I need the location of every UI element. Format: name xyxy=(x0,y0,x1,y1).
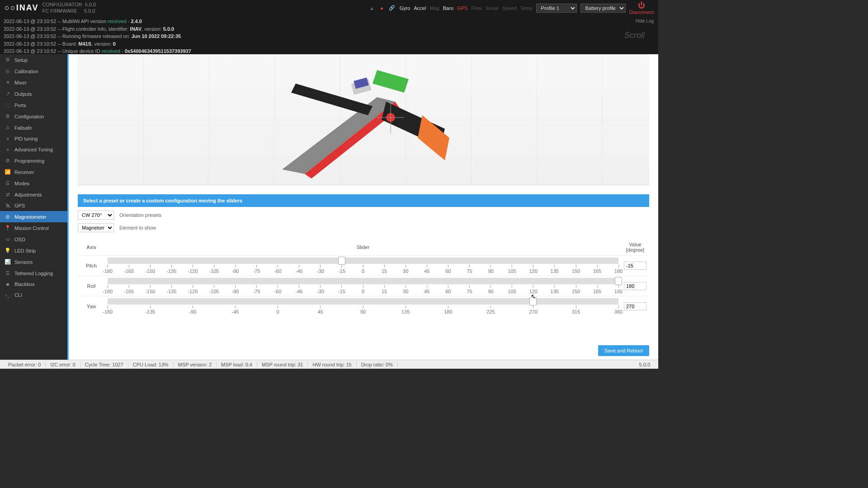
sidebar-item-pid-tuning[interactable]: ≡PID tuning xyxy=(0,133,67,144)
sidebar-icon: ⚙ xyxy=(5,158,11,164)
sidebar-item-programming[interactable]: ⚙Programming xyxy=(0,155,67,166)
slider-thumb[interactable] xyxy=(338,257,345,265)
link-icon: 🔗 xyxy=(388,4,396,12)
aircraft-model-view[interactable] xyxy=(78,54,649,185)
roll-value-input[interactable] xyxy=(624,282,646,290)
config-banner: Select a preset or create a custom confi… xyxy=(78,194,649,207)
sidebar-label: Ports xyxy=(14,103,26,108)
element-to-show-select[interactable]: Magnetometer xyxy=(78,223,114,232)
sidebar-item-tethered-logging[interactable]: ☰Tethered Logging xyxy=(0,267,67,279)
sensor-sonar: Sonar xyxy=(486,5,499,11)
pitch-slider[interactable] xyxy=(108,258,618,264)
sidebar-label: Programming xyxy=(14,158,44,164)
sidebar-icon: ⚠ xyxy=(5,125,11,131)
sidebar-label: LED Strip xyxy=(14,248,36,253)
sidebar-icon: ⇄ xyxy=(5,192,11,197)
sidebar-item-advanced-tuning[interactable]: ≡Advanced Tuning xyxy=(0,144,67,155)
app-logo: ○○INAV xyxy=(5,3,38,13)
sidebar-icon: 📊 xyxy=(5,259,11,265)
sidebar-item-calibration[interactable]: ◎Calibration xyxy=(0,66,67,77)
pitch-value-input[interactable] xyxy=(624,262,646,270)
scroll-up-icon: ︿ xyxy=(627,23,631,29)
sidebar-item-ports[interactable]: ⬚Ports xyxy=(0,99,67,111)
sidebar-icon: 📶 xyxy=(5,169,11,175)
sidebar-item-magnetometer[interactable]: ◎Magnetometer xyxy=(0,211,67,222)
sensor-flow: Flow xyxy=(471,5,481,11)
sidebar-item-blackbox[interactable]: ■Blackbox xyxy=(0,279,67,290)
battery-profile-select[interactable]: Battery profile 1 xyxy=(580,4,626,13)
sidebar-label: Modes xyxy=(14,181,29,186)
sidebar-icon: ◎ xyxy=(5,214,11,220)
sidebar-item-cli[interactable]: ›_CLI xyxy=(0,290,67,300)
aircraft-model xyxy=(250,56,476,183)
sensor-speed: Speed xyxy=(502,5,517,11)
sidebar-item-led-strip[interactable]: 💡LED Strip xyxy=(0,245,67,256)
yaw-slider[interactable] xyxy=(108,298,618,305)
sidebar-icon: ↗ xyxy=(5,91,11,97)
sidebar-label: Setup xyxy=(14,57,28,63)
svg-marker-0 xyxy=(282,97,395,174)
sensor-accel: Accel xyxy=(414,5,426,11)
profile-select[interactable]: Profile 1 xyxy=(536,4,577,13)
sidebar-item-gps[interactable]: 🛰GPS xyxy=(0,200,67,211)
sensor-labels: Gyro Accel Mag Baro GPS Flow Sonar Speed… xyxy=(400,5,533,11)
axis-label: Pitch xyxy=(78,256,105,276)
save-reboot-button[interactable]: Save and Reboot xyxy=(598,345,649,356)
sidebar-label: Blackbox xyxy=(14,282,35,287)
svg-marker-5 xyxy=(418,115,449,160)
sidebar-label: Magnetometer xyxy=(14,214,47,220)
hide-log-button[interactable]: Hide Log xyxy=(636,18,654,24)
record-icon: ● xyxy=(378,4,386,12)
slider-thumb[interactable] xyxy=(529,297,537,305)
sidebar-item-modes[interactable]: ☰Modes xyxy=(0,178,67,189)
sidebar-item-mixer[interactable]: ✕Mixer xyxy=(0,77,67,88)
sidebar-icon: ■ xyxy=(5,282,11,287)
footer-version: 5.0.0 xyxy=(635,362,655,367)
sidebar-label: Mission Control xyxy=(14,225,49,231)
roll-slider[interactable] xyxy=(108,278,618,284)
sidebar-item-mission-control[interactable]: 📍Mission Control xyxy=(0,222,67,234)
sidebar-icon: ☰ xyxy=(5,270,11,276)
disconnect-button[interactable]: ⏻ Disconnect xyxy=(629,1,654,15)
sidebar-icon: ≡ xyxy=(5,147,11,152)
sidebar-icon: 🛰 xyxy=(5,203,11,208)
sidebar-label: Advanced Tuning xyxy=(14,147,53,152)
scroll-label: Scroll xyxy=(624,29,645,42)
sensor-mag: Mag xyxy=(429,5,439,11)
sidebar-label: Mixer xyxy=(14,80,27,85)
sidebar-label: Outputs xyxy=(14,91,32,97)
sidebar: ⚙Setup◎Calibration✕Mixer↗Outputs⬚Ports⚙C… xyxy=(0,54,69,360)
sidebar-label: Sensors xyxy=(14,259,33,265)
sidebar-item-osd[interactable]: ▭OSD xyxy=(0,234,67,245)
sidebar-label: Adjustments xyxy=(14,192,42,197)
cpu-load: CPU Load: 13% xyxy=(128,362,174,367)
sensor-baro: Baro xyxy=(443,5,453,11)
sidebar-item-adjustments[interactable]: ⇄Adjustments xyxy=(0,189,67,200)
slider-row-yaw: Yaw-180-135-90-4504590135180225270315360 xyxy=(78,296,649,317)
element-to-show-label: Element to show xyxy=(119,225,156,230)
yaw-value-input[interactable] xyxy=(624,302,646,310)
sidebar-item-outputs[interactable]: ↗Outputs xyxy=(0,88,67,99)
status-icons: ▲ ● 🔗 xyxy=(368,4,396,12)
sidebar-label: Tethered Logging xyxy=(14,271,53,276)
sidebar-item-setup[interactable]: ⚙Setup xyxy=(0,54,67,66)
sidebar-item-configuration[interactable]: ⚙Configuration xyxy=(0,111,67,122)
msp-roundtrip: MSP round trip: 31 xyxy=(257,362,308,367)
i2c-error: I2C error: 0 xyxy=(46,362,80,367)
sidebar-label: Failsafe xyxy=(14,125,32,131)
sensor-temp: Temp xyxy=(520,5,533,11)
slider-thumb[interactable] xyxy=(615,277,622,285)
orientation-preset-select[interactable]: CW 270° xyxy=(78,211,114,220)
slider-header: Slider xyxy=(105,239,621,256)
drop-ratio: Drop ratio: 0% xyxy=(357,362,398,367)
sidebar-item-failsafe[interactable]: ⚠Failsafe xyxy=(0,122,67,133)
sidebar-icon: 📍 xyxy=(5,225,11,231)
sidebar-icon: ☰ xyxy=(5,180,11,186)
sidebar-icon: ◎ xyxy=(5,68,11,74)
hw-roundtrip: HW round trip: 15 xyxy=(308,362,356,367)
sidebar-item-sensors[interactable]: 📊Sensors xyxy=(0,256,67,267)
msp-load: MSP load: 0.4 xyxy=(217,362,257,367)
sidebar-label: Receiver xyxy=(14,169,34,175)
sidebar-label: CLI xyxy=(14,292,22,298)
sidebar-item-receiver[interactable]: 📶Receiver xyxy=(0,166,67,178)
